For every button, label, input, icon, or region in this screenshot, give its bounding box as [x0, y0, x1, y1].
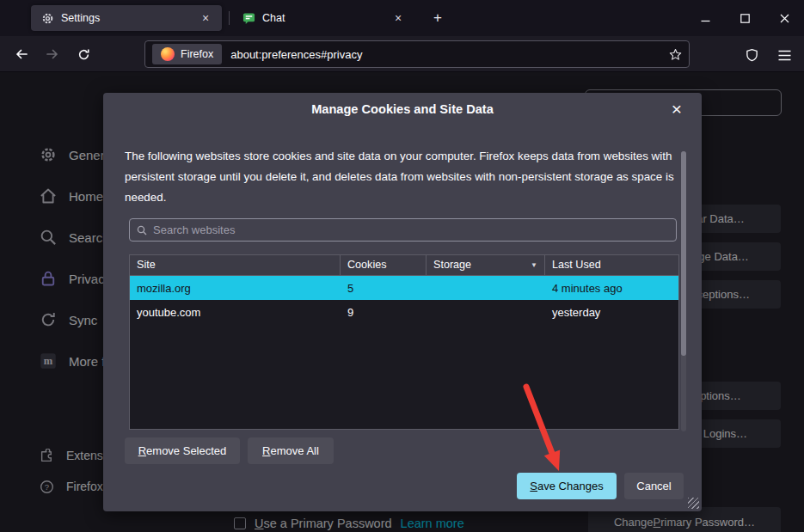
maximize-icon[interactable]	[725, 0, 764, 36]
site-identity-label: Firefox	[181, 48, 213, 60]
column-header-cookies[interactable]: Cookies	[341, 255, 427, 275]
forward-icon[interactable]	[38, 40, 67, 69]
remove-all-button[interactable]: Remove All	[248, 437, 334, 464]
table-header: Site Cookies Storage▼ Last Used	[130, 255, 678, 276]
address-bar[interactable]: Firefox about:preferences#privacy	[144, 40, 690, 68]
tab-chat[interactable]: Chat ×	[232, 5, 414, 31]
tab-settings[interactable]: Settings ×	[31, 5, 222, 31]
tab-bar: Settings × Chat × +	[0, 0, 804, 36]
window-controls	[685, 0, 804, 36]
cell-cookies: 9	[341, 306, 427, 319]
cell-site: youtube.com	[130, 306, 341, 319]
cell-cookies: 5	[341, 282, 427, 295]
dialog-resize-handle[interactable]	[688, 498, 699, 509]
reload-icon[interactable]	[69, 40, 98, 69]
chat-icon	[242, 12, 255, 25]
site-identity-chip[interactable]: Firefox	[152, 44, 222, 64]
hamburger-menu-icon[interactable]	[770, 40, 799, 70]
dialog-description: The following websites store cookies and…	[125, 146, 677, 208]
minimize-icon[interactable]	[685, 0, 725, 36]
column-header-storage[interactable]: Storage▼	[427, 255, 545, 275]
tab-label: Chat	[262, 12, 384, 24]
tab-label: Settings	[61, 12, 191, 24]
dialog-title: Manage Cookies and Site Data	[103, 102, 702, 116]
table-row[interactable]: mozilla.org 5 4 minutes ago	[130, 276, 678, 300]
cookies-table: Site Cookies Storage▼ Last Used mozilla.…	[129, 254, 679, 430]
column-header-last-used[interactable]: Last Used	[545, 255, 678, 275]
column-header-site[interactable]: Site	[130, 255, 341, 275]
tab-close-icon[interactable]: ×	[390, 10, 406, 26]
firefox-logo-icon	[161, 47, 175, 61]
toolbar-right-icons	[737, 40, 799, 70]
save-changes-button[interactable]: Save Changes	[517, 473, 617, 499]
url-text: about:preferences#privacy	[230, 48, 669, 61]
nav-toolbar: Firefox about:preferences#privacy	[0, 36, 804, 72]
website-search-box[interactable]	[129, 218, 677, 242]
new-tab-button[interactable]: +	[427, 7, 449, 29]
search-icon	[137, 225, 147, 235]
manage-cookies-dialog: Manage Cookies and Site Data × The follo…	[103, 93, 702, 511]
back-icon[interactable]	[7, 40, 36, 69]
close-window-icon[interactable]	[764, 0, 804, 36]
tab-close-icon[interactable]: ×	[198, 10, 213, 26]
dialog-scrollbar-thumb[interactable]	[681, 151, 686, 356]
table-row[interactable]: youtube.com 9 yesterday	[130, 300, 678, 324]
cell-last-used: 4 minutes ago	[545, 282, 678, 295]
browser-window: Settings × Chat × +	[0, 0, 804, 532]
tab-separator	[229, 11, 230, 25]
cancel-button[interactable]: Cancel	[624, 473, 684, 499]
content-area: Gener Home Search Privacy Sync	[0, 72, 804, 532]
cell-last-used: yesterday	[545, 306, 678, 319]
sort-desc-icon: ▼	[531, 255, 537, 275]
dialog-close-icon[interactable]: ×	[666, 98, 688, 120]
remove-selected-button[interactable]: Remove Selected	[125, 437, 240, 464]
bookmark-star-icon[interactable]	[669, 48, 682, 61]
cell-site: mozilla.org	[130, 282, 341, 295]
gear-icon	[41, 12, 54, 25]
protections-shield-icon[interactable]	[737, 40, 766, 70]
website-search-input[interactable]	[153, 223, 669, 236]
